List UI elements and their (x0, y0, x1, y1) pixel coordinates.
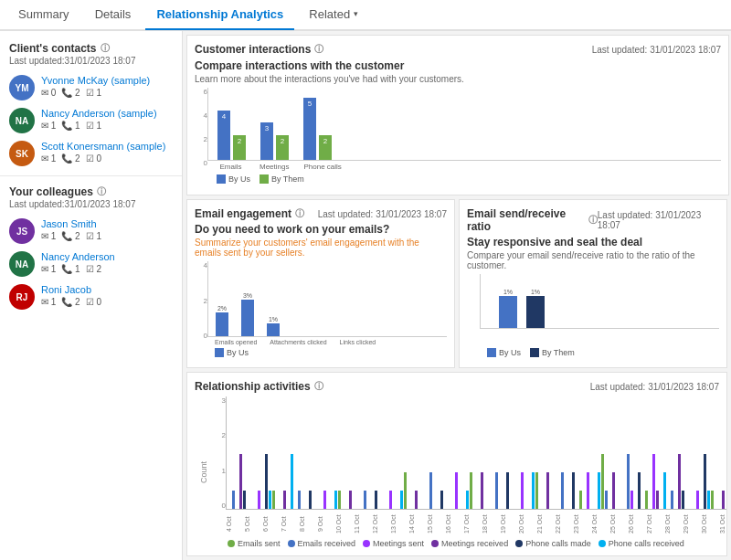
legend-meetings-received: Meetings received (431, 539, 508, 548)
tab-summary[interactable]: Summary (7, 0, 80, 30)
info-icon-ee[interactable]: ⓘ (295, 207, 304, 220)
colleague-item-rj: RJ Roni Jacob ✉ 1 📞 2 ☑ 0 (0, 280, 182, 313)
colleagues-section-title: Your colleagues ⓘ (0, 182, 182, 199)
colleague-name-rj[interactable]: Roni Jacob (41, 284, 101, 295)
avatar-js: JS (9, 218, 35, 244)
legend-phone-calls-made: Phone calls made (515, 539, 591, 548)
contact-name-na[interactable]: Nancy Anderson (sample) (41, 108, 157, 119)
email-engagement-subtitle: Do you need to work on your emails? (195, 223, 447, 236)
sr-bar-us: 1% (499, 289, 517, 328)
relationship-activities-panel: Relationship activities ⓘ Last updated: … (186, 372, 727, 556)
ee-bar-group-1: 2% (216, 305, 228, 336)
email-engagement-updated: Last updated: 31/01/2023 18:07 (318, 209, 447, 219)
sr-legend-them: By Them (530, 348, 575, 357)
email-engagement-desc: Summarize your customers' email engageme… (195, 238, 447, 258)
content-area: Customer interactions ⓘ Last updated: 31… (183, 31, 731, 560)
sr-legend-us: By Us (487, 348, 521, 357)
tab-details[interactable]: Details (84, 0, 143, 30)
colleague-name-na2[interactable]: Nancy Anderson (41, 251, 115, 262)
avatar-rj: RJ (9, 284, 35, 310)
email-send-receive-panel: Email send/receive ratio ⓘ Last updated:… (459, 199, 727, 368)
ci-bar-group-phone: 5 2 (303, 98, 332, 160)
email-engagement-title: Email engagement (195, 207, 291, 220)
email-sr-updated: Last updated: 31/01/2023 18:07 (598, 210, 719, 230)
colleagues-updated: Last updated:31/01/2023 18:07 (0, 199, 182, 215)
email-row: Email engagement ⓘ Last updated: 31/01/2… (183, 197, 731, 370)
contact-name-ym[interactable]: Yvonne McKay (sample) (41, 75, 150, 86)
avatar-na2: NA (9, 251, 35, 277)
colleague-item-na2: NA Nancy Anderson ✉ 1 📞 1 ☑ 2 (0, 248, 182, 280)
chevron-down-icon: ▾ (354, 9, 358, 18)
email-sr-subtitle: Stay responsive and seal the deal (467, 236, 719, 248)
ci-bar-group-meetings: 3 2 (260, 122, 289, 160)
email-sr-title: Email send/receive ratio (467, 207, 585, 233)
contact-item-ym: YM Yvonne McKay (sample) ✉ 0 📞 2 ☑ 1 (0, 71, 182, 104)
info-icon-ra[interactable]: ⓘ (314, 380, 323, 393)
sr-bar-them: 1% (526, 289, 545, 328)
top-row: Customer interactions ⓘ Last updated: 31… (183, 31, 731, 197)
clients-section-title: Client's contacts ⓘ (0, 38, 182, 56)
activities-title: Relationship activities (195, 380, 311, 393)
main-layout: Client's contacts ⓘ Last updated:31/01/2… (0, 31, 731, 560)
contact-item-na: NA Nancy Anderson (sample) ✉ 1 📞 1 ☑ 1 (0, 104, 182, 137)
customer-interactions-title: Customer interactions ⓘ (195, 43, 323, 56)
contact-name-sk[interactable]: Scott Konersmann (sample) (41, 141, 165, 152)
tab-relationship-analytics[interactable]: Relationship Analytics (145, 0, 294, 30)
sidebar: Client's contacts ⓘ Last updated:31/01/2… (0, 31, 183, 560)
legend-emails-received: Emails received (288, 539, 356, 548)
legend-emails-sent: Emails sent (228, 539, 281, 548)
ee-bar-group-2: 3% (241, 292, 254, 336)
avatar-sk: SK (9, 141, 35, 166)
top-nav: Summary Details Relationship Analytics R… (0, 0, 731, 31)
colleague-name-js[interactable]: Jason Smith (41, 218, 101, 229)
legend-meetings-sent: Meetings sent (363, 539, 424, 548)
info-icon-colleagues[interactable]: ⓘ (97, 185, 106, 198)
info-icon[interactable]: ⓘ (101, 42, 110, 55)
customer-interactions-panel: Customer interactions ⓘ Last updated: 31… (186, 35, 729, 195)
info-icon-sr[interactable]: ⓘ (588, 214, 598, 227)
activities-y-axis-label: Count (199, 461, 208, 483)
ee-bar-group-3: 1% (267, 316, 280, 336)
colleague-item-js: JS Jason Smith ✉ 1 📞 2 ☑ 1 (0, 215, 182, 248)
info-icon-ci[interactable]: ⓘ (314, 43, 323, 56)
avatar-ym: YM (9, 75, 35, 100)
legend-by-us: By Us (217, 174, 250, 184)
activities-updated: Last updated: 31/01/2023 18:07 (590, 382, 719, 392)
email-sr-desc: Compare your email send/receive ratio to… (467, 250, 719, 270)
email-engagement-panel: Email engagement ⓘ Last updated: 31/01/2… (186, 199, 455, 368)
customer-interactions-updated: Last updated: 31/01/2023 18:07 (592, 45, 721, 55)
tab-related[interactable]: Related ▾ (298, 0, 369, 30)
ee-legend-by-us: By Us (215, 348, 249, 357)
avatar-na: NA (9, 108, 35, 133)
ci-bar-group-emails: 4 2 (217, 111, 246, 160)
customer-interactions-subtitle: Compare interactions with the customer (195, 59, 721, 72)
legend-by-them: By Them (260, 174, 304, 184)
contact-icons-ym: ✉ 0 📞 2 ☑ 1 (41, 88, 150, 98)
clients-updated: Last updated:31/01/2023 18:07 (0, 56, 182, 71)
activities-legend: Emails sent Emails received Meetings sen… (213, 537, 727, 548)
legend-phone-calls-received: Phone calls received (599, 539, 684, 548)
contact-item-sk: SK Scott Konersmann (sample) ✉ 1 📞 2 ☑ 0 (0, 137, 182, 170)
customer-interactions-desc: Learn more about the interactions you've… (195, 74, 721, 84)
